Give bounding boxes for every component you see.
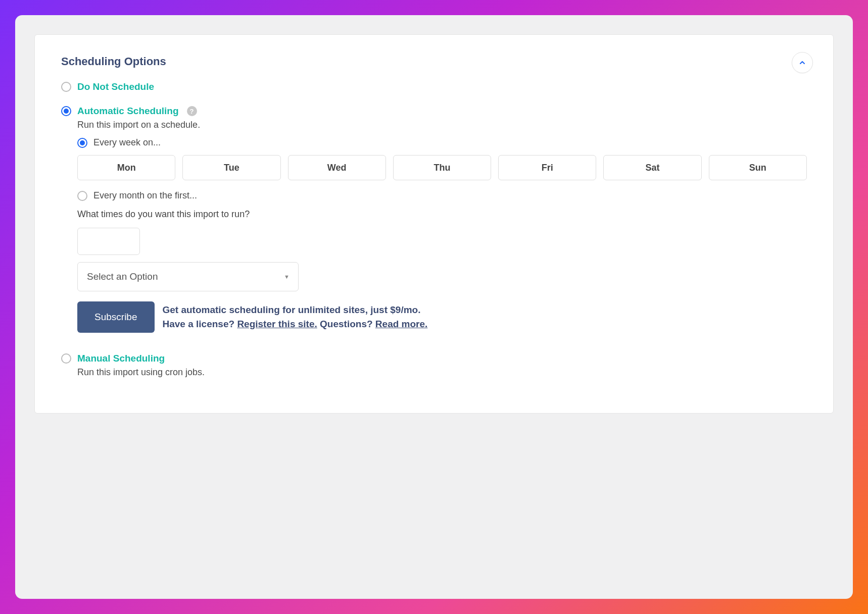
outer-panel: Scheduling Options Do Not Schedule Autom… (15, 15, 853, 599)
option-manual: Manual Scheduling Run this import using … (61, 353, 807, 378)
times-question: What times do you want this import to ru… (77, 209, 807, 220)
day-sun[interactable]: Sun (709, 155, 807, 180)
promo-line2b: Questions? (317, 319, 375, 329)
promo-text: Get automatic scheduling for unlimited s… (163, 303, 428, 331)
day-mon[interactable]: Mon (77, 155, 175, 180)
option-do-not-schedule: Do Not Schedule (61, 81, 807, 92)
radio-manual[interactable] (61, 353, 71, 364)
day-wed[interactable]: Wed (288, 155, 386, 180)
collapse-button[interactable] (792, 52, 813, 73)
label-monthly[interactable]: Every month on the first... (93, 190, 197, 201)
radio-monthly[interactable] (77, 191, 87, 201)
radio-weekly[interactable] (77, 138, 87, 148)
radio-do-not-schedule[interactable] (61, 82, 71, 92)
chevron-up-icon (798, 59, 806, 67)
promo-row: Subscribe Get automatic scheduling for u… (77, 301, 807, 333)
automatic-sub-block: Every week on... Mon Tue Wed Thu Fri Sat… (77, 137, 807, 333)
section-title: Scheduling Options (61, 55, 807, 68)
label-manual[interactable]: Manual Scheduling (77, 353, 165, 364)
option-select-wrap: Select an Option ▼ (77, 262, 299, 291)
radio-automatic[interactable] (61, 106, 71, 116)
day-sat[interactable]: Sat (603, 155, 701, 180)
link-register-site[interactable]: Register this site. (237, 319, 317, 329)
option-select-value: Select an Option (87, 271, 158, 282)
scheduling-card: Scheduling Options Do Not Schedule Autom… (34, 34, 834, 414)
option-automatic: Automatic Scheduling ? Run this import o… (61, 106, 807, 333)
promo-line2a: Have a license? (163, 319, 237, 329)
chevron-down-icon: ▼ (284, 274, 290, 280)
time-input[interactable] (77, 228, 140, 255)
help-icon[interactable]: ? (187, 106, 197, 116)
desc-automatic: Run this import on a schedule. (77, 120, 807, 130)
label-do-not-schedule[interactable]: Do Not Schedule (77, 81, 154, 92)
desc-manual: Run this import using cron jobs. (77, 367, 807, 378)
day-fri[interactable]: Fri (498, 155, 596, 180)
label-weekly[interactable]: Every week on... (93, 137, 161, 148)
option-select[interactable]: Select an Option (77, 262, 299, 291)
day-tue[interactable]: Tue (182, 155, 280, 180)
days-row: Mon Tue Wed Thu Fri Sat Sun (77, 155, 807, 180)
link-read-more[interactable]: Read more. (375, 319, 427, 329)
label-automatic[interactable]: Automatic Scheduling (77, 106, 179, 117)
subscribe-button[interactable]: Subscribe (77, 301, 155, 333)
promo-line1: Get automatic scheduling for unlimited s… (163, 304, 421, 315)
day-thu[interactable]: Thu (393, 155, 491, 180)
